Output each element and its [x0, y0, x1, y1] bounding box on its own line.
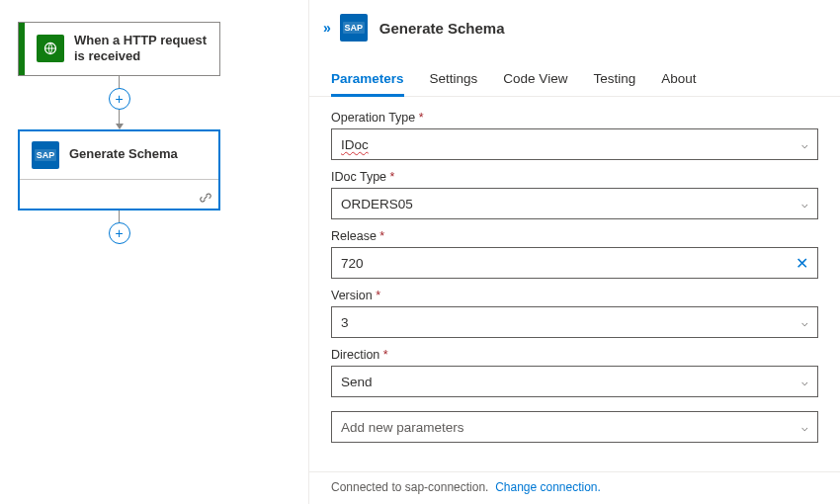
- chevron-down-icon: ⌵: [801, 138, 808, 151]
- panel-title: Generate Schema: [379, 20, 505, 37]
- trigger-accent: [19, 23, 25, 75]
- tab-testing[interactable]: Testing: [593, 65, 635, 96]
- version-select[interactable]: 3 ⌵: [331, 306, 818, 338]
- sap-icon: SAP: [32, 141, 59, 169]
- trigger-node[interactable]: When a HTTP request is received: [18, 22, 220, 76]
- sap-icon: SAP: [340, 14, 368, 42]
- release-label: Release *: [331, 229, 818, 243]
- release-input[interactable]: 720 ✕: [331, 247, 818, 279]
- workflow-canvas: When a HTTP request is received + SAP Ge…: [0, 0, 308, 504]
- panel-tabs: Parameters Settings Code View Testing Ab…: [309, 65, 840, 97]
- tab-about[interactable]: About: [661, 65, 696, 96]
- direction-select[interactable]: Send ⌵: [331, 366, 818, 397]
- version-value: 3: [341, 315, 349, 330]
- collapse-panel-icon[interactable]: »: [323, 20, 328, 36]
- connector-end: +: [18, 210, 220, 244]
- action-node[interactable]: SAP Generate Schema: [18, 129, 220, 210]
- operation-type-label: Operation Type *: [331, 111, 818, 125]
- connected-to-text: Connected to: [331, 480, 405, 494]
- clear-icon[interactable]: ✕: [796, 254, 808, 273]
- connection-link-icon: [199, 191, 212, 205]
- parameters-form: Operation Type * IDoc ⌵ IDoc Type * ORDE…: [309, 97, 840, 471]
- chevron-down-icon: ⌵: [801, 198, 808, 210]
- http-request-icon: [37, 35, 64, 62]
- chevron-down-icon: ⌵: [801, 376, 808, 388]
- add-step-button-end[interactable]: +: [109, 222, 130, 244]
- trigger-node-title: When a HTTP request is received: [74, 33, 208, 65]
- connection-footer: Connected to sap-connection. Change conn…: [309, 471, 840, 504]
- direction-value: Send: [341, 375, 373, 389]
- add-step-button[interactable]: +: [109, 88, 130, 110]
- idoc-type-value: ORDERS05: [341, 197, 413, 211]
- connection-name: sap-connection.: [405, 480, 489, 494]
- change-connection-link[interactable]: Change connection.: [495, 480, 601, 494]
- operation-type-value: IDoc: [341, 137, 369, 152]
- operation-type-select[interactable]: IDoc ⌵: [331, 128, 818, 160]
- add-new-parameters-text: Add new parameters: [341, 420, 464, 435]
- idoc-type-label: IDoc Type *: [331, 170, 818, 184]
- add-new-parameters-select[interactable]: Add new parameters ⌵: [331, 411, 818, 443]
- tab-settings[interactable]: Settings: [430, 65, 478, 96]
- idoc-type-select[interactable]: ORDERS05 ⌵: [331, 188, 818, 219]
- chevron-down-icon: ⌵: [801, 421, 808, 434]
- action-node-title: Generate Schema: [69, 146, 178, 162]
- tab-parameters[interactable]: Parameters: [331, 65, 404, 96]
- version-label: Version *: [331, 289, 818, 302]
- tab-code-view[interactable]: Code View: [503, 65, 567, 96]
- connector: +: [18, 76, 220, 129]
- direction-label: Direction *: [331, 348, 818, 362]
- release-value: 720: [341, 256, 364, 271]
- chevron-down-icon: ⌵: [801, 316, 808, 329]
- config-panel: » SAP Generate Schema Parameters Setting…: [308, 0, 840, 504]
